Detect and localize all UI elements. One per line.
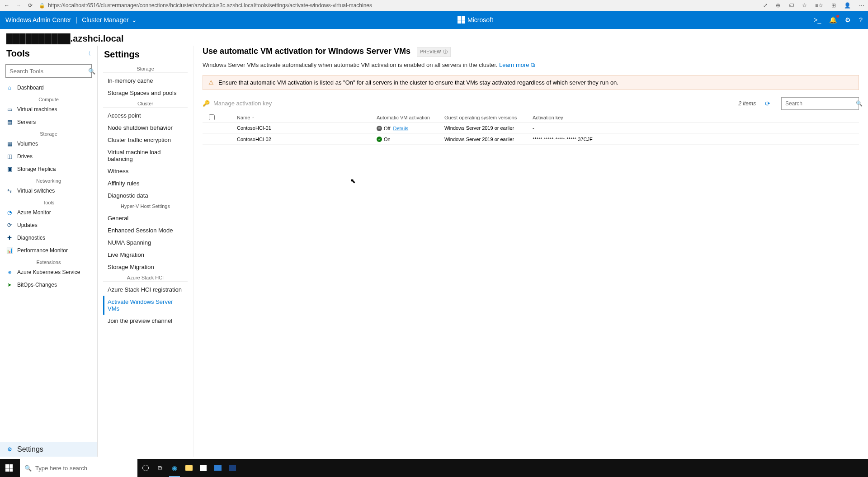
details-link[interactable]: Details bbox=[393, 126, 408, 131]
sidebar-item-dashboard[interactable]: ⌂Dashboard bbox=[0, 81, 97, 94]
sidebar-item-updates[interactable]: ⟳Updates bbox=[0, 219, 97, 231]
taskbar-mail[interactable] bbox=[212, 459, 224, 477]
column-os[interactable]: Guest operating system versions bbox=[444, 115, 533, 120]
manage-activation-key-button[interactable]: 🔑 Manage activation key bbox=[203, 100, 272, 107]
sidebar-item-azure-monitor[interactable]: ◔Azure Monitor bbox=[0, 206, 97, 219]
table-row[interactable]: ContosoHCI-02 ✓ On Windows Server 2019 o… bbox=[203, 134, 859, 145]
taskbar-edge[interactable]: ◉ bbox=[168, 459, 181, 477]
tools-search-input[interactable] bbox=[9, 68, 85, 75]
cortana-button[interactable] bbox=[139, 459, 152, 477]
table-row[interactable]: ContosoHCI-01 ✕ Off Details Windows Serv… bbox=[203, 123, 859, 134]
collapse-sidebar-button[interactable]: 〈 bbox=[85, 50, 91, 57]
help-icon[interactable]: ? bbox=[859, 16, 863, 24]
updates-icon: ⟳ bbox=[6, 222, 13, 228]
sidebar-item-virtual-switches[interactable]: ⇆Virtual switches bbox=[0, 184, 97, 197]
taskbar-store[interactable] bbox=[197, 459, 210, 477]
sidebar-item-vms[interactable]: ▭Virtual machines bbox=[0, 103, 97, 116]
tools-group-compute: Compute bbox=[0, 94, 97, 103]
tools-search[interactable]: 🔍 bbox=[5, 64, 92, 78]
back-button[interactable]: ← bbox=[4, 2, 10, 9]
grid-search-input[interactable] bbox=[785, 100, 853, 107]
favorite-icon[interactable]: ☆ bbox=[802, 2, 807, 9]
settings-item-livemig[interactable]: Live Migration bbox=[98, 249, 193, 261]
column-name[interactable]: Name↑ bbox=[221, 115, 377, 120]
tools-group-extensions: Extensions bbox=[0, 257, 97, 266]
settings-item-affinity[interactable]: Affinity rules bbox=[98, 177, 193, 189]
forward-button[interactable]: → bbox=[15, 2, 22, 9]
settings-item-witness[interactable]: Witness bbox=[98, 165, 193, 177]
settings-item-diag[interactable]: Diagnostic data bbox=[98, 189, 193, 202]
lock-icon: 🔒 bbox=[39, 3, 45, 9]
sidebar-item-drives[interactable]: ◫Drives bbox=[0, 150, 97, 163]
notifications-icon[interactable]: 🔔 bbox=[829, 16, 837, 24]
search-icon: 🔍 bbox=[88, 68, 95, 75]
page-title: Use automatic VM activation for Windows … bbox=[203, 47, 410, 56]
cell-os: Windows Server 2019 or earlier bbox=[444, 137, 533, 142]
settings-item-vm-load[interactable]: Virtual machine load balancing bbox=[98, 146, 193, 165]
sidebar-item-perf-monitor[interactable]: 📊Performance Monitor bbox=[0, 244, 97, 257]
taskbar-search[interactable]: 🔍 Type here to search bbox=[20, 459, 137, 477]
sidebar-item-storage-replica[interactable]: ▣Storage Replica bbox=[0, 163, 97, 175]
settings-item-preview-channel[interactable]: Join the preview channel bbox=[98, 315, 193, 327]
start-button[interactable] bbox=[0, 459, 18, 477]
reading-icon[interactable]: ⤢ bbox=[763, 2, 768, 9]
settings-item-access-point[interactable]: Access point bbox=[98, 109, 193, 122]
url-text: https://localhost:6516/clustermanager/co… bbox=[48, 2, 372, 9]
wac-brand[interactable]: Windows Admin Center bbox=[5, 16, 71, 24]
settings-group-azurestack: Azure Stack HCI bbox=[103, 273, 188, 282]
taskbar-explorer[interactable] bbox=[183, 459, 195, 477]
drives-icon: ◫ bbox=[6, 153, 13, 160]
tools-group-tools: Tools bbox=[0, 197, 97, 206]
task-view-button[interactable]: ⧉ bbox=[154, 459, 166, 477]
settings-item-inmem[interactable]: In-memory cache bbox=[98, 75, 193, 87]
warning-alert: ⚠ Ensure that automatic VM activation is… bbox=[203, 75, 859, 90]
address-bar[interactable]: 🔒 https://localhost:6516/clustermanager/… bbox=[39, 2, 758, 9]
switch-icon: ⇆ bbox=[6, 188, 13, 194]
settings-icon[interactable]: ⚙ bbox=[845, 16, 851, 24]
refresh-grid-button[interactable]: ⟳ bbox=[765, 100, 770, 107]
refresh-button[interactable]: ⟳ bbox=[27, 2, 33, 9]
tools-group-networking: Networking bbox=[0, 175, 97, 184]
taskbar-powershell[interactable] bbox=[226, 459, 239, 477]
settings-item-traffic-enc[interactable]: Cluster traffic encryption bbox=[98, 134, 193, 146]
settings-nav: Settings Storage In-memory cache Storage… bbox=[98, 46, 193, 457]
collections-icon[interactable]: ⊞ bbox=[831, 2, 836, 9]
zoom-icon[interactable]: ⊕ bbox=[776, 2, 780, 9]
learn-more-link[interactable]: Learn more ⧉ bbox=[499, 61, 535, 68]
sidebar-item-settings[interactable]: ⚙Settings bbox=[0, 442, 97, 457]
settings-item-general[interactable]: General bbox=[98, 212, 193, 224]
azure-monitor-icon: ◔ bbox=[6, 209, 13, 216]
sidebar-item-servers[interactable]: ▤Servers bbox=[0, 116, 97, 128]
cell-name: ContosoHCI-01 bbox=[221, 125, 377, 131]
aks-icon: ⎈ bbox=[6, 269, 13, 275]
shopping-icon[interactable]: 🏷 bbox=[788, 2, 794, 9]
servers-grid: Name↑ Automatic VM activation Guest oper… bbox=[203, 113, 859, 145]
tools-title: Tools bbox=[6, 48, 30, 59]
sidebar-item-bitops[interactable]: ➤BitOps-Changes bbox=[0, 279, 97, 291]
profile-icon[interactable]: 👤 bbox=[844, 2, 851, 9]
preview-badge: PREVIEW ⓘ bbox=[417, 47, 450, 57]
settings-item-node-shutdown[interactable]: Node shutdown behavior bbox=[98, 122, 193, 134]
settings-item-azreg[interactable]: Azure Stack HCI registration bbox=[98, 283, 193, 296]
column-activation[interactable]: Automatic VM activation bbox=[377, 115, 444, 120]
settings-item-numa[interactable]: NUMA Spanning bbox=[98, 236, 193, 249]
sidebar-item-diagnostics[interactable]: ✚Diagnostics bbox=[0, 231, 97, 244]
cluster-name-row: ██████████.azshci.local bbox=[0, 29, 868, 46]
favorites-bar-icon[interactable]: ≡☆ bbox=[815, 2, 823, 9]
settings-item-storagemig[interactable]: Storage Migration bbox=[98, 261, 193, 273]
x-icon: ✕ bbox=[377, 126, 382, 131]
cell-os: Windows Server 2019 or earlier bbox=[444, 125, 533, 131]
chevron-down-icon: ⌄ bbox=[132, 16, 137, 24]
sidebar-item-volumes[interactable]: ▦Volumes bbox=[0, 137, 97, 150]
console-icon[interactable]: >_ bbox=[814, 16, 821, 24]
settings-item-enhanced[interactable]: Enhanced Session Mode bbox=[98, 224, 193, 236]
settings-item-activate[interactable]: Activate Windows Server VMs bbox=[98, 296, 193, 315]
grid-search[interactable]: 🔍 bbox=[781, 97, 859, 110]
settings-item-pools[interactable]: Storage Spaces and pools bbox=[98, 87, 193, 99]
info-icon: ⓘ bbox=[443, 49, 448, 55]
column-key[interactable]: Activation key bbox=[533, 115, 623, 120]
more-icon[interactable]: ⋯ bbox=[859, 2, 864, 9]
cluster-manager-dropdown[interactable]: Cluster Manager ⌄ bbox=[82, 16, 137, 24]
select-all-checkbox[interactable] bbox=[209, 114, 215, 120]
sidebar-item-aks[interactable]: ⎈Azure Kubernetes Service bbox=[0, 266, 97, 279]
